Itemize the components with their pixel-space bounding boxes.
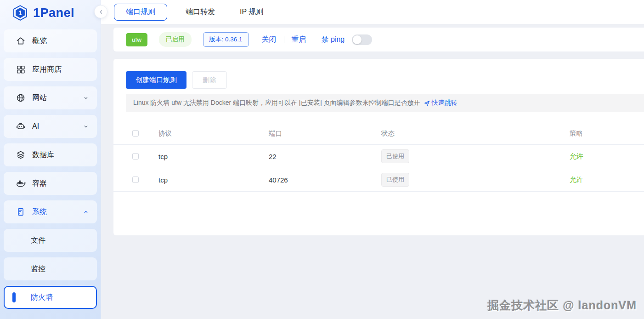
port-rules-table: 协议 端口 状态 策略 tcp 22 已使用 允 <box>113 122 644 192</box>
table-header-row: 协议 端口 状态 策略 <box>113 122 644 145</box>
ping-toggle-switch[interactable] <box>352 34 372 45</box>
column-header-port: 端口 <box>269 129 381 138</box>
delete-button[interactable]: 删除 <box>192 71 227 89</box>
quick-jump-link[interactable]: 快速跳转 <box>424 99 458 107</box>
tab-label: 端口转发 <box>186 7 215 17</box>
quick-jump-label: 快速跳转 <box>432 99 458 107</box>
toolbar: 创建端口规则 删除 <box>113 71 644 89</box>
column-header-protocol: 协议 <box>158 129 269 138</box>
sidebar-item-label: AI <box>32 122 39 131</box>
tab-label: 端口规则 <box>126 7 155 17</box>
sidebar-item-ai[interactable]: AI <box>4 115 97 138</box>
cell-status: 已使用 <box>381 149 570 163</box>
sidebar-menu: 概览 应用商店 网站 AI <box>0 26 101 309</box>
firewall-state-badge: 已启用 <box>159 32 192 47</box>
cell-status: 已使用 <box>381 173 570 187</box>
sidebar-subitem-files[interactable]: 文件 <box>4 229 97 252</box>
divider <box>314 36 314 43</box>
sidebar-collapse-button[interactable] <box>94 5 107 18</box>
sidebar-item-label: 系统 <box>32 207 47 217</box>
grid-icon <box>16 64 26 74</box>
cell-port: 22 <box>269 153 381 160</box>
sidebar-subitem-firewall[interactable]: 防火墙 <box>4 286 97 309</box>
firewall-version-badge: 版本: 0.36.1 <box>203 32 249 47</box>
row-checkbox-cell <box>113 153 158 160</box>
tab-bar: 端口规则 端口转发 IP 规则 <box>101 0 644 24</box>
chevron-up-icon <box>82 208 90 216</box>
sidebar-item-label: 应用商店 <box>32 65 62 74</box>
sidebar-subitem-label: 监控 <box>31 264 45 274</box>
row-checkbox-cell <box>113 177 158 183</box>
selected-marker <box>12 292 16 302</box>
paper-plane-icon <box>424 100 430 107</box>
svg-text:1: 1 <box>18 9 22 17</box>
tab-label: IP 规则 <box>240 7 263 17</box>
layers-icon <box>16 150 26 160</box>
content-area: ufw 已启用 版本: 0.36.1 关闭 重启 禁 ping 创建端口规则 删… <box>101 24 644 319</box>
sidebar-subitem-label: 文件 <box>31 236 45 245</box>
firewall-name-badge: ufw <box>126 33 147 46</box>
table-row: tcp 40726 已使用 允许 <box>113 168 644 192</box>
column-header-status: 状态 <box>381 129 570 138</box>
tab-ip-rules[interactable]: IP 规则 <box>227 0 276 24</box>
sidebar-item-overview[interactable]: 概览 <box>4 29 97 52</box>
sidebar-subitem-monitor[interactable]: 监控 <box>4 257 97 280</box>
tab-port-forward[interactable]: 端口转发 <box>173 0 227 24</box>
brand-name: 1Panel <box>33 6 74 20</box>
server-icon <box>16 207 26 217</box>
header-checkbox-cell <box>113 130 158 137</box>
status-badge: 已使用 <box>381 149 409 163</box>
brand-logo: 1 1Panel <box>0 0 101 26</box>
robot-icon <box>16 121 26 131</box>
docker-whale-icon <box>16 178 26 188</box>
sidebar-item-label: 数据库 <box>32 150 54 160</box>
app-window: 1 1Panel 概览 应用商店 <box>0 0 644 319</box>
column-header-policy: 策略 <box>570 129 644 138</box>
tab-port-rules[interactable]: 端口规则 <box>114 4 167 21</box>
toggle-knob <box>353 35 362 44</box>
table-row: tcp 22 已使用 允许 <box>113 145 644 168</box>
info-banner: Linux 防火墙 ufw 无法禁用 Docker 端口映射，应用可以在 [已安… <box>126 94 644 112</box>
sidebar-item-app-store[interactable]: 应用商店 <box>4 58 97 81</box>
chevron-down-icon <box>82 123 90 130</box>
sidebar: 1 1Panel 概览 应用商店 <box>0 0 101 319</box>
1panel-hexagon-logo-icon: 1 <box>12 5 28 21</box>
stop-firewall-link[interactable]: 关闭 <box>262 35 277 45</box>
globe-icon <box>16 93 26 103</box>
info-banner-text: Linux 防火墙 ufw 无法禁用 Docker 端口映射，应用可以在 [已安… <box>133 99 420 107</box>
sidebar-item-system[interactable]: 系统 <box>4 200 97 223</box>
divider <box>284 36 284 43</box>
watermark-text: 掘金技术社区 @ landonVM <box>487 298 637 313</box>
sidebar-item-label: 容器 <box>32 179 47 188</box>
row-checkbox[interactable] <box>132 153 139 160</box>
sidebar-subitem-label: 防火墙 <box>31 293 53 302</box>
disable-ping-link[interactable]: 禁 ping <box>322 35 345 45</box>
chevron-left-icon <box>98 9 104 15</box>
status-badge: 已使用 <box>381 173 409 187</box>
sidebar-item-database[interactable]: 数据库 <box>4 143 97 166</box>
cell-protocol: tcp <box>158 176 269 184</box>
cell-policy: 允许 <box>570 152 644 161</box>
chevron-down-icon <box>82 94 90 102</box>
select-all-checkbox[interactable] <box>132 130 139 137</box>
sidebar-item-label: 网站 <box>32 93 47 103</box>
port-rules-panel: 创建端口规则 删除 Linux 防火墙 ufw 无法禁用 Docker 端口映射… <box>113 59 644 235</box>
create-port-rule-button[interactable]: 创建端口规则 <box>126 71 186 89</box>
cell-protocol: tcp <box>158 153 269 160</box>
cell-port: 40726 <box>269 176 381 184</box>
cell-policy: 允许 <box>570 176 644 184</box>
row-checkbox[interactable] <box>132 177 139 183</box>
restart-firewall-link[interactable]: 重启 <box>292 35 306 45</box>
main-area: 端口规则 端口转发 IP 规则 ufw 已启用 版本: 0.36.1 关闭 重启… <box>101 0 644 319</box>
home-icon <box>16 36 26 46</box>
sidebar-item-container[interactable]: 容器 <box>4 172 97 195</box>
sidebar-item-website[interactable]: 网站 <box>4 86 97 109</box>
firewall-status-bar: ufw 已启用 版本: 0.36.1 关闭 重启 禁 ping <box>113 28 644 51</box>
sidebar-item-label: 概览 <box>32 36 47 46</box>
